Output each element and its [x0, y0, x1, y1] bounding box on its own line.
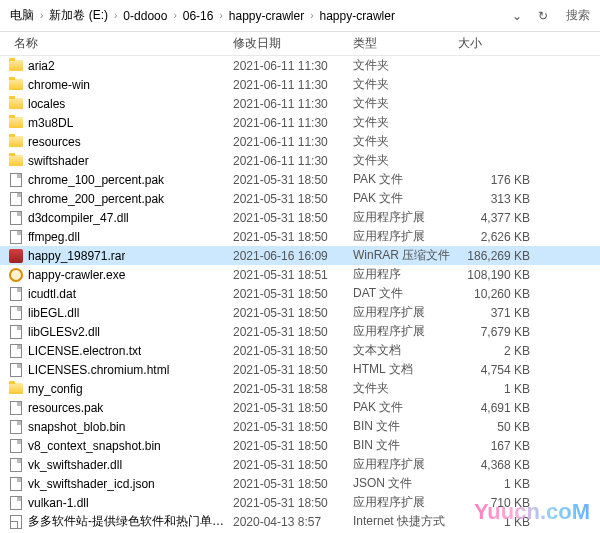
file-type-cell: BIN 文件	[353, 437, 458, 454]
file-size-cell: 4,691 KB	[458, 401, 540, 415]
file-name-cell: chrome_200_percent.pak	[8, 191, 233, 207]
breadcrumb-segment[interactable]: 06-16	[179, 7, 218, 25]
breadcrumb-segment[interactable]: happy-crawler	[316, 7, 399, 25]
chevron-right-icon: ›	[173, 10, 176, 21]
file-size-cell: 7,679 KB	[458, 325, 540, 339]
column-type-header[interactable]: 类型	[353, 35, 458, 52]
dropdown-history-button[interactable]: ⌄	[506, 5, 528, 27]
file-name-cell: happy_198971.rar	[8, 248, 233, 264]
file-row[interactable]: swiftshader2021-06-11 11:30文件夹	[0, 151, 600, 170]
file-row[interactable]: snapshot_blob.bin2021-05-31 18:50BIN 文件5…	[0, 417, 600, 436]
file-row[interactable]: happy_198971.rar2021-06-16 16:09WinRAR 压…	[0, 246, 600, 265]
file-name-label: ffmpeg.dll	[28, 230, 80, 244]
file-name-label: snapshot_blob.bin	[28, 420, 125, 434]
file-name-cell: libGLESv2.dll	[8, 324, 233, 340]
address-toolbar: 电脑›新加卷 (E:)›0-ddooo›06-16›happy-crawler›…	[0, 0, 600, 32]
breadcrumb-segment[interactable]: happy-crawler	[225, 7, 308, 25]
file-size-cell: 167 KB	[458, 439, 540, 453]
file-row[interactable]: resources2021-06-11 11:30文件夹	[0, 132, 600, 151]
refresh-button[interactable]: ↻	[532, 5, 554, 27]
file-name-label: resources	[28, 135, 81, 149]
file-row[interactable]: chrome_200_percent.pak2021-05-31 18:50PA…	[0, 189, 600, 208]
file-row[interactable]: 多多软件站-提供绿色软件和热门单机游...2020-04-13 8:57Inte…	[0, 512, 600, 531]
file-name-label: happy_198971.rar	[28, 249, 125, 263]
column-date-header[interactable]: 修改日期	[233, 35, 353, 52]
file-row[interactable]: d3dcompiler_47.dll2021-05-31 18:50应用程序扩展…	[0, 208, 600, 227]
file-row[interactable]: libGLESv2.dll2021-05-31 18:50应用程序扩展7,679…	[0, 322, 600, 341]
file-row[interactable]: icudtl.dat2021-05-31 18:50DAT 文件10,260 K…	[0, 284, 600, 303]
file-row[interactable]: vulkan-1.dll2021-05-31 18:50应用程序扩展710 KB	[0, 493, 600, 512]
file-row[interactable]: LICENSES.chromium.html2021-05-31 18:50HT…	[0, 360, 600, 379]
breadcrumb-segment[interactable]: 0-ddooo	[119, 7, 171, 25]
file-size-cell: 186,269 KB	[458, 249, 540, 263]
file-type-cell: 应用程序扩展	[353, 228, 458, 245]
file-row[interactable]: my_config2021-05-31 18:58文件夹1 KB	[0, 379, 600, 398]
file-date-cell: 2021-05-31 18:50	[233, 458, 353, 472]
file-name-label: vk_swiftshader_icd.json	[28, 477, 155, 491]
file-name-label: 多多软件站-提供绿色软件和热门单机游...	[28, 513, 233, 530]
file-size-cell: 4,377 KB	[458, 211, 540, 225]
file-name-label: resources.pak	[28, 401, 103, 415]
file-row[interactable]: resources.pak2021-05-31 18:50PAK 文件4,691…	[0, 398, 600, 417]
file-name-label: chrome_200_percent.pak	[28, 192, 164, 206]
file-row[interactable]: libEGL.dll2021-05-31 18:50应用程序扩展371 KB	[0, 303, 600, 322]
file-name-cell: chrome_100_percent.pak	[8, 172, 233, 188]
file-icon	[8, 400, 24, 416]
column-name-header[interactable]: 名称	[8, 35, 233, 52]
file-name-label: v8_context_snapshot.bin	[28, 439, 161, 453]
folder-icon	[8, 77, 24, 93]
file-type-cell: 应用程序扩展	[353, 304, 458, 321]
file-date-cell: 2021-05-31 18:50	[233, 230, 353, 244]
file-row[interactable]: m3u8DL2021-06-11 11:30文件夹	[0, 113, 600, 132]
chevron-down-icon: ⌄	[512, 9, 522, 23]
file-type-cell: 应用程序扩展	[353, 323, 458, 340]
file-date-cell: 2021-05-31 18:50	[233, 496, 353, 510]
file-row[interactable]: chrome-win2021-06-11 11:30文件夹	[0, 75, 600, 94]
chevron-right-icon: ›	[310, 10, 313, 21]
breadcrumb[interactable]: 电脑›新加卷 (E:)›0-ddooo›06-16›happy-crawler›…	[6, 5, 502, 26]
breadcrumb-segment[interactable]: 电脑	[6, 5, 38, 26]
file-date-cell: 2021-06-11 11:30	[233, 97, 353, 111]
file-name-label: icudtl.dat	[28, 287, 76, 301]
file-size-cell: 2 KB	[458, 344, 540, 358]
file-size-cell: 710 KB	[458, 496, 540, 510]
chevron-right-icon: ›	[40, 10, 43, 21]
file-row[interactable]: chrome_100_percent.pak2021-05-31 18:50PA…	[0, 170, 600, 189]
file-type-cell: 文本文档	[353, 342, 458, 359]
file-name-label: vk_swiftshader.dll	[28, 458, 122, 472]
file-name-label: libGLESv2.dll	[28, 325, 100, 339]
file-row[interactable]: vk_swiftshader.dll2021-05-31 18:50应用程序扩展…	[0, 455, 600, 474]
file-row[interactable]: vk_swiftshader_icd.json2021-05-31 18:50J…	[0, 474, 600, 493]
file-name-cell: resources	[8, 134, 233, 150]
breadcrumb-segment[interactable]: 新加卷 (E:)	[45, 5, 112, 26]
file-row[interactable]: happy-crawler.exe2021-05-31 18:51应用程序108…	[0, 265, 600, 284]
file-row[interactable]: locales2021-06-11 11:30文件夹	[0, 94, 600, 113]
file-row[interactable]: LICENSE.electron.txt2021-05-31 18:50文本文档…	[0, 341, 600, 360]
file-date-cell: 2021-06-11 11:30	[233, 135, 353, 149]
file-type-cell: 应用程序扩展	[353, 494, 458, 511]
file-size-cell: 50 KB	[458, 420, 540, 434]
file-icon	[8, 324, 24, 340]
file-type-cell: 文件夹	[353, 76, 458, 93]
file-size-cell: 2,626 KB	[458, 230, 540, 244]
file-row[interactable]: ffmpeg.dll2021-05-31 18:50应用程序扩展2,626 KB	[0, 227, 600, 246]
file-row[interactable]: v8_context_snapshot.bin2021-05-31 18:50B…	[0, 436, 600, 455]
file-row[interactable]: aria22021-06-11 11:30文件夹	[0, 56, 600, 75]
folder-icon	[8, 115, 24, 131]
chevron-right-icon: ›	[114, 10, 117, 21]
search-field[interactable]: 搜索	[562, 5, 594, 26]
file-type-cell: 文件夹	[353, 133, 458, 150]
column-size-header[interactable]: 大小	[458, 35, 540, 52]
file-size-cell: 1 KB	[458, 515, 540, 529]
file-date-cell: 2021-06-11 11:30	[233, 78, 353, 92]
file-date-cell: 2021-05-31 18:50	[233, 287, 353, 301]
file-name-cell: happy-crawler.exe	[8, 267, 233, 283]
file-name-label: m3u8DL	[28, 116, 73, 130]
file-name-cell: icudtl.dat	[8, 286, 233, 302]
file-date-cell: 2021-05-31 18:51	[233, 268, 353, 282]
file-name-cell: v8_context_snapshot.bin	[8, 438, 233, 454]
application-icon	[8, 267, 24, 283]
file-type-cell: PAK 文件	[353, 190, 458, 207]
file-type-cell: JSON 文件	[353, 475, 458, 492]
file-list: aria22021-06-11 11:30文件夹chrome-win2021-0…	[0, 56, 600, 533]
